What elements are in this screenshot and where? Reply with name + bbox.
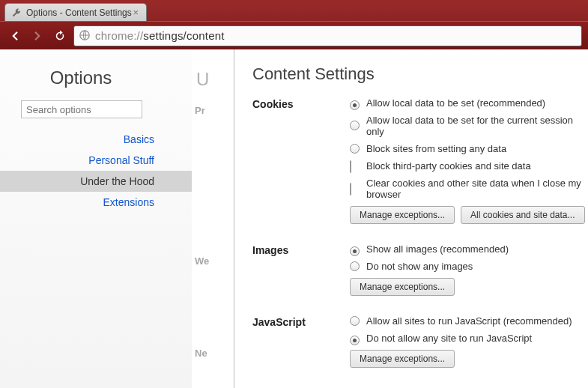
cookies-block3p-label: Block third-party cookies and site data [366,160,531,172]
nav-personal[interactable]: Personal Stuff [0,150,192,171]
browser-chrome: Options - Content Settings × chrome://se… [0,0,588,49]
tab-title: Options - Content Settings [26,7,132,18]
checkbox-icon [350,160,351,173]
section-label-images: Images [252,243,350,296]
close-icon[interactable]: × [133,7,139,17]
js-block-row[interactable]: Do not allow any site to run JavaScript [350,333,588,344]
omnibox[interactable]: chrome://settings/content [73,25,582,46]
reload-button[interactable] [51,27,69,45]
radio-icon [350,316,360,326]
options-title: Options [0,67,192,88]
radio-icon [350,261,360,271]
section-images: Images Show all images (recommended) Do … [252,243,588,296]
section-label-cookies: Cookies [252,97,350,224]
js-allow-label: Allow all sites to run JavaScript (recom… [366,315,572,327]
js-allow-row[interactable]: Allow all sites to run JavaScript (recom… [350,315,588,327]
images-manage-exceptions-button[interactable]: Manage exceptions... [350,278,455,296]
images-show-label: Show all images (recommended) [366,243,509,255]
cookies-all-data-button[interactable]: All cookies and site data... [461,206,584,224]
section-cookies: Cookies Allow local data to be set (reco… [252,97,588,224]
js-block-label: Do not allow any site to run JavaScript [366,333,532,344]
nav-under-the-hood[interactable]: Under the Hood [0,171,192,192]
cookies-allow-label: Allow local data to be set (recommended) [366,97,545,109]
forward-button[interactable] [28,27,46,45]
search-input[interactable] [21,100,142,118]
overlay-wrap: Content Settings Cookies Allow local dat… [234,49,588,388]
cookies-block3p-row[interactable]: Block third-party cookies and site data [350,160,588,172]
nav-extensions[interactable]: Extensions [0,192,192,213]
images-hide-label: Do not show any images [366,261,473,272]
cookies-block-label: Block sites from setting any data [366,143,506,154]
section-label-javascript: JavaScript [252,315,350,368]
js-manage-exceptions-button[interactable]: Manage exceptions... [350,350,455,368]
url-text: chrome://settings/content [95,29,225,42]
toolbar: chrome://settings/content [0,21,588,49]
radio-icon [350,100,360,110]
globe-icon [79,29,92,43]
images-show-row[interactable]: Show all images (recommended) [350,243,588,255]
images-hide-row[interactable]: Do not show any images [350,261,588,272]
panel-title: Content Settings [252,64,588,84]
section-javascript: JavaScript Allow all sites to run JavaSc… [252,315,588,368]
cookies-clear-row[interactable]: Clear cookies and other site data when I… [350,178,588,200]
back-button[interactable] [6,27,24,45]
radio-icon [350,121,360,130]
options-nav: Basics Personal Stuff Under the Hood Ext… [0,129,192,213]
radio-icon [350,336,360,345]
radio-icon [350,246,360,256]
content-settings-panel: Content Settings Cookies Allow local dat… [234,49,588,388]
content-area: Options Basics Personal Stuff Under the … [0,49,588,388]
cookies-allow-row[interactable]: Allow local data to be set (recommended) [350,97,588,109]
cookies-session-row[interactable]: Allow local data to be set for the curre… [350,115,588,137]
nav-basics[interactable]: Basics [0,129,192,150]
tab-options[interactable]: Options - Content Settings × [4,3,147,21]
radio-icon [350,144,360,154]
options-sidebar: Options Basics Personal Stuff Under the … [0,49,192,388]
cookies-session-label: Allow local data to be set for the curre… [366,115,588,137]
wrench-icon [11,7,22,18]
cookies-block-row[interactable]: Block sites from setting any data [350,143,588,154]
cookies-clear-label: Clear cookies and other site data when I… [366,178,588,200]
checkbox-icon [350,183,351,195]
tabstrip: Options - Content Settings × [0,0,588,21]
cookies-manage-exceptions-button[interactable]: Manage exceptions... [350,206,455,224]
